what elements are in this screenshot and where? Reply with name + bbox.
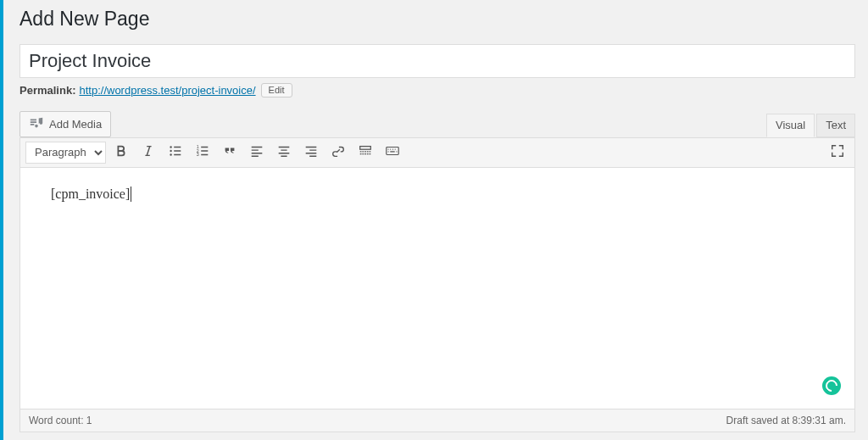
align-right-icon	[303, 143, 319, 161]
permalink-row: Permalink: http://wordpress.test/project…	[19, 83, 855, 97]
camera-music-icon	[29, 115, 44, 133]
permalink-label: Permalink:	[19, 84, 75, 97]
fullscreen-icon	[830, 143, 845, 161]
svg-rect-7	[387, 148, 398, 155]
add-media-label: Add Media	[49, 118, 102, 131]
rich-text-toolbar: Paragraph 123	[19, 137, 855, 168]
blockquote-button[interactable]	[218, 142, 242, 164]
editor-mode-tabs: Visual Text	[766, 114, 855, 137]
keyboard-icon	[385, 143, 400, 161]
autosave-status: Draft saved at 8:39:31 am.	[726, 415, 846, 426]
page-title: Add New Page	[19, 7, 855, 32]
italic-button[interactable]	[136, 142, 160, 164]
page-editor-wrap: Add New Page Permalink: http://wordpress…	[0, 0, 868, 432]
bold-icon	[114, 143, 129, 161]
bullet-list-icon	[168, 143, 183, 161]
svg-point-1	[170, 150, 171, 152]
add-media-button[interactable]: Add Media	[19, 111, 111, 137]
admin-accent-bar	[0, 0, 3, 440]
post-title-input[interactable]	[19, 44, 855, 78]
content-body: [cpm_invoice]	[51, 187, 131, 201]
edit-permalink-button[interactable]: Edit	[261, 83, 292, 97]
permalink-url[interactable]: http://wordpress.test/project-invoice/	[79, 84, 255, 97]
align-center-icon	[276, 143, 292, 161]
italic-icon	[141, 143, 156, 161]
grammarly-icon[interactable]	[822, 376, 841, 395]
align-left-icon	[249, 143, 264, 161]
content-editor[interactable]: [cpm_invoice]	[19, 168, 855, 409]
link-icon	[331, 143, 346, 161]
toolbar-toggle-button[interactable]	[381, 142, 404, 164]
word-count: Word count: 1	[29, 415, 92, 426]
numbered-list-icon: 123	[195, 143, 210, 161]
editor-statusbar: Word count: 1 Draft saved at 8:39:31 am.	[19, 409, 855, 432]
tab-text[interactable]: Text	[816, 114, 855, 137]
align-center-button[interactable]	[272, 142, 296, 164]
svg-point-2	[170, 154, 171, 156]
numbered-list-button[interactable]: 123	[191, 142, 214, 164]
bullet-list-button[interactable]	[164, 142, 187, 164]
read-more-icon	[358, 143, 373, 161]
editor-box: Paragraph 123	[19, 137, 855, 432]
fullscreen-button[interactable]	[826, 142, 849, 164]
format-select[interactable]: Paragraph	[25, 142, 106, 164]
svg-text:3: 3	[197, 153, 199, 158]
tab-visual[interactable]: Visual	[766, 114, 815, 137]
bold-button[interactable]	[109, 142, 133, 164]
align-left-button[interactable]	[245, 142, 269, 164]
align-right-button[interactable]	[299, 142, 323, 164]
svg-rect-6	[360, 147, 371, 150]
insert-more-button[interactable]	[353, 142, 377, 164]
svg-point-0	[170, 147, 171, 148]
insert-link-button[interactable]	[326, 142, 350, 164]
quote-icon	[222, 143, 237, 161]
